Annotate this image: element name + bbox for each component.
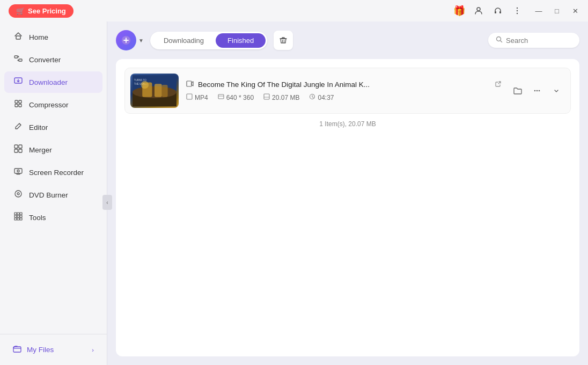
sidebar-item-label: Compressor	[29, 101, 69, 109]
sidebar-item-screen-recorder[interactable]: Screen Recorder	[4, 162, 102, 183]
svg-point-50	[539, 90, 540, 92]
sidebar-item-label: Editor	[29, 123, 48, 132]
my-files-icon	[13, 345, 21, 355]
svg-rect-26	[17, 215, 19, 217]
sidebar-item-tools[interactable]: Tools	[4, 207, 102, 228]
file-title: Become The King Of The Digital Jungle In…	[198, 81, 490, 89]
svg-rect-44	[187, 94, 192, 99]
sidebar-bottom: My Files ›	[0, 334, 107, 361]
open-external-icon[interactable]	[495, 81, 502, 89]
svg-point-48	[534, 90, 536, 92]
table-row: TURNS TO THE USA...	[124, 68, 571, 114]
duration-icon	[309, 93, 315, 101]
main-content: ▼ Downloading Finished	[107, 21, 588, 365]
svg-rect-18	[14, 169, 22, 173]
svg-rect-1	[495, 11, 496, 13]
svg-rect-24	[20, 213, 22, 215]
title-bar-icons: 🎁 — □ ✕	[451, 2, 584, 19]
sidebar-item-downloader[interactable]: Downloader	[4, 71, 102, 93]
svg-point-33	[497, 37, 501, 41]
expand-button[interactable]	[548, 82, 565, 99]
file-info: Become The King Of The Digital Jungle In…	[186, 80, 502, 101]
svg-rect-39	[162, 85, 168, 97]
window-controls: — □ ✕	[530, 2, 584, 19]
minimize-button[interactable]: —	[530, 2, 547, 19]
search-bar	[488, 33, 579, 48]
svg-rect-17	[19, 149, 22, 152]
home-icon	[13, 32, 24, 42]
sidebar-item-converter[interactable]: Converter	[4, 49, 102, 70]
tab-downloading[interactable]: Downloading	[152, 33, 216, 48]
search-input[interactable]	[506, 36, 572, 45]
svg-rect-28	[14, 218, 17, 220]
svg-point-0	[477, 8, 480, 11]
svg-rect-31	[13, 347, 21, 352]
svg-rect-16	[14, 149, 18, 152]
svg-rect-8	[19, 59, 22, 61]
sidebar-item-dvd-burner[interactable]: DVD Burner	[4, 184, 102, 206]
svg-point-5	[517, 13, 518, 14]
my-files-label: My Files	[27, 346, 54, 354]
file-size: 20.07 MB	[263, 93, 299, 101]
close-button[interactable]: ✕	[567, 2, 584, 19]
headset-icon[interactable]	[489, 2, 506, 19]
see-pricing-label: See Pricing	[28, 7, 66, 15]
sidebar-item-merger[interactable]: Merger	[4, 139, 102, 160]
svg-rect-23	[17, 213, 19, 215]
app-body: Home Converter Downloader	[0, 21, 588, 365]
add-download-button[interactable]: ▼	[116, 30, 144, 50]
tools-icon	[13, 212, 24, 223]
svg-point-4	[517, 10, 518, 11]
svg-rect-38	[155, 84, 162, 97]
sidebar-collapse-button[interactable]: ‹	[102, 195, 112, 210]
sidebar: Home Converter Downloader	[0, 21, 107, 365]
sidebar-item-editor[interactable]: Editor	[4, 116, 102, 138]
tab-finished[interactable]: Finished	[216, 33, 266, 48]
svg-point-42	[141, 81, 149, 89]
screen-recorder-icon	[13, 167, 24, 178]
svg-rect-2	[499, 11, 501, 13]
menu-icon[interactable]	[509, 2, 526, 19]
file-actions	[509, 82, 565, 99]
content-panel: TURNS TO THE USA...	[116, 59, 579, 356]
user-icon[interactable]	[470, 2, 487, 19]
cart-icon: 🛒	[16, 7, 25, 15]
status-text: 1 Item(s), 20.07 MB	[319, 120, 376, 128]
sidebar-item-home[interactable]: Home	[4, 26, 102, 48]
gift-icon[interactable]: 🎁	[451, 2, 468, 19]
svg-rect-14	[14, 145, 18, 148]
trash-button[interactable]	[274, 31, 293, 50]
video-icon	[186, 80, 194, 89]
svg-rect-46	[264, 94, 269, 99]
format-icon	[186, 93, 193, 101]
sidebar-item-label: Merger	[29, 146, 52, 154]
svg-point-20	[15, 191, 21, 197]
svg-rect-29	[17, 218, 19, 220]
svg-rect-15	[19, 145, 22, 148]
open-folder-button[interactable]	[509, 82, 526, 99]
svg-point-21	[17, 193, 19, 195]
file-resolution: 640 * 360	[218, 93, 254, 101]
svg-rect-11	[19, 100, 21, 103]
compressor-icon	[13, 99, 24, 110]
dvd-burner-icon	[13, 189, 24, 200]
svg-rect-6	[16, 36, 20, 39]
more-options-button[interactable]	[528, 82, 546, 99]
sidebar-item-label: DVD Burner	[29, 191, 68, 199]
title-bar: 🛒 See Pricing 🎁 — □	[0, 0, 588, 21]
converter-icon	[13, 54, 24, 65]
file-duration: 04:37	[309, 93, 334, 101]
my-files-arrow: ›	[92, 347, 94, 353]
maximize-button[interactable]: □	[548, 2, 565, 19]
sidebar-item-compressor[interactable]: Compressor	[4, 94, 102, 115]
svg-point-19	[17, 170, 19, 172]
sidebar-item-label: Home	[29, 33, 48, 41]
tab-toggle: Downloading Finished	[150, 32, 267, 49]
status-bar: 1 Item(s), 20.07 MB	[124, 120, 571, 128]
svg-rect-27	[20, 215, 22, 217]
see-pricing-button[interactable]: 🛒 See Pricing	[9, 4, 74, 18]
svg-rect-13	[19, 104, 21, 107]
my-files-item[interactable]: My Files ›	[4, 339, 102, 360]
svg-point-49	[536, 90, 538, 92]
file-format: MP4	[186, 93, 208, 101]
